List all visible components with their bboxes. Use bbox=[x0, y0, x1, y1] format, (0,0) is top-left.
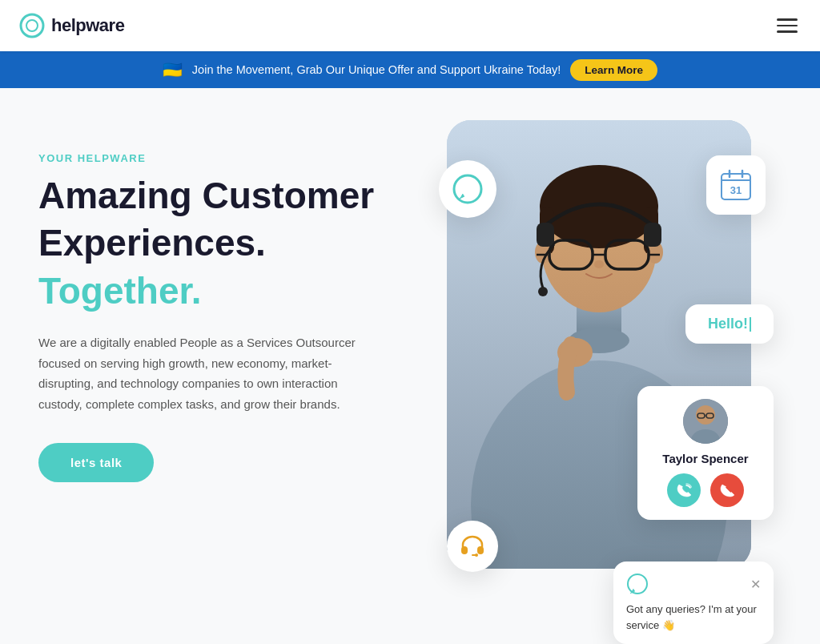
svg-point-0 bbox=[21, 14, 43, 37]
call-button[interactable] bbox=[667, 473, 701, 507]
chat-icon bbox=[452, 173, 484, 205]
svg-point-21 bbox=[594, 260, 604, 268]
hello-text: Hello! bbox=[708, 316, 748, 332]
headset-icon bbox=[459, 533, 486, 560]
svg-point-39 bbox=[628, 574, 647, 594]
svg-text:31: 31 bbox=[730, 184, 742, 196]
promo-banner: 🇺🇦 Join the Movement, Grab Our Unique Of… bbox=[0, 51, 820, 88]
svg-rect-35 bbox=[461, 546, 468, 554]
float-hello-card: Hello! bbox=[685, 304, 774, 344]
hero-description: We are a digitally enabled People as a S… bbox=[38, 332, 383, 414]
navbar: helpware bbox=[0, 0, 820, 51]
logo-text: helpware bbox=[51, 15, 124, 36]
sub-label: YOUR HELPWARE bbox=[38, 152, 407, 164]
cursor-blink bbox=[750, 317, 751, 332]
svg-point-29 bbox=[696, 405, 715, 425]
widget-header: ✕ bbox=[626, 573, 761, 595]
float-profile-card: Taylor Spencer bbox=[637, 386, 774, 520]
hero-section: YOUR HELPWARE Amazing Customer Experienc… bbox=[0, 88, 820, 644]
svg-rect-36 bbox=[477, 546, 484, 554]
hamburger-menu[interactable] bbox=[774, 15, 801, 36]
svg-point-19 bbox=[538, 287, 548, 296]
logo[interactable]: helpware bbox=[19, 13, 124, 38]
svg-rect-17 bbox=[537, 223, 554, 247]
widget-chat-icon bbox=[626, 573, 649, 595]
hero-left-content: YOUR HELPWARE Amazing Customer Experienc… bbox=[38, 136, 407, 482]
hero-title-line1: Amazing Customer bbox=[38, 175, 407, 216]
calendar-icon: 31 bbox=[718, 167, 754, 203]
svg-point-22 bbox=[454, 175, 481, 203]
decline-button[interactable] bbox=[710, 473, 744, 507]
hero-title-line2: Experiences. bbox=[38, 223, 407, 264]
widget-close-button[interactable]: ✕ bbox=[750, 577, 761, 592]
learn-more-button[interactable]: Learn More bbox=[570, 59, 657, 81]
profile-action-buttons bbox=[667, 473, 744, 507]
float-calendar: 31 bbox=[706, 155, 766, 215]
svg-rect-18 bbox=[644, 223, 661, 247]
float-headset-card bbox=[447, 521, 498, 572]
svg-point-38 bbox=[475, 553, 478, 557]
hero-right-content: 31 Hello! Taylor Spencer bbox=[423, 136, 782, 644]
helpware-logo-icon bbox=[19, 13, 45, 38]
float-chat-bubble bbox=[439, 160, 496, 218]
hero-title-line3: Together. bbox=[38, 269, 407, 313]
float-chat-widget: ✕ Got any queries? I'm at your service 👋 bbox=[613, 561, 774, 644]
profile-avatar bbox=[683, 399, 728, 444]
svg-point-1 bbox=[26, 20, 38, 31]
cta-button[interactable]: let's talk bbox=[38, 443, 154, 482]
widget-message: Got any queries? I'm at your service 👋 bbox=[626, 602, 761, 633]
profile-name: Taylor Spencer bbox=[662, 452, 748, 465]
ukraine-flag: 🇺🇦 bbox=[163, 60, 183, 79]
banner-text: Join the Movement, Grab Our Unique Offer… bbox=[192, 63, 561, 76]
svg-point-7 bbox=[540, 165, 658, 248]
